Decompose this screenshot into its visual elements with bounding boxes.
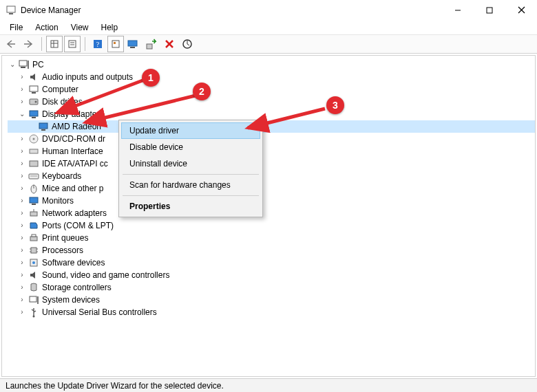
svg-point-28 bbox=[35, 101, 37, 103]
tree-item-disk[interactable]: ›Disk drives bbox=[8, 96, 535, 108]
tree-label: Print queues bbox=[42, 232, 88, 244]
svg-rect-32 bbox=[41, 129, 45, 131]
tree-item-monitors[interactable]: ›Monitors bbox=[8, 195, 535, 207]
tree-item-processors[interactable]: ›Processors bbox=[8, 244, 535, 257]
usb-icon bbox=[28, 307, 39, 318]
expand-icon[interactable]: › bbox=[17, 195, 27, 207]
action-button[interactable] bbox=[107, 36, 124, 52]
tree-item-dvd[interactable]: ›DVD/CD-ROM dr bbox=[8, 133, 535, 145]
tree-item-amd-radeon[interactable]: AMD Radeon bbox=[8, 120, 535, 133]
menu-help[interactable]: Help bbox=[96, 21, 124, 34]
tree-item-ide[interactable]: ›IDE ATA/ATAPI cc bbox=[8, 157, 535, 170]
dvd-icon bbox=[28, 133, 39, 144]
tree-item-storage[interactable]: ›Storage controllers bbox=[8, 281, 535, 294]
annotation-badge-1: 1 bbox=[142, 69, 160, 87]
tree-item-computer[interactable]: ›Computer bbox=[8, 83, 535, 96]
expand-icon[interactable]: › bbox=[17, 145, 27, 157]
ctx-properties[interactable]: Properties bbox=[121, 198, 260, 215]
tree-item-ports[interactable]: ›Ports (COM & LPT) bbox=[8, 219, 535, 232]
expand-icon[interactable]: › bbox=[17, 232, 27, 244]
maximize-button[interactable] bbox=[474, 0, 505, 21]
tree-label: Ports (COM & LPT) bbox=[42, 219, 114, 232]
tree-label: Universal Serial Bus controllers bbox=[42, 306, 157, 318]
tree-item-mice[interactable]: ›Mice and other p bbox=[8, 182, 535, 195]
svg-rect-0 bbox=[7, 6, 15, 12]
expand-icon[interactable]: › bbox=[17, 294, 27, 306]
collapse-icon[interactable]: ⌄ bbox=[17, 108, 27, 120]
tree-item-print[interactable]: ›Print queues bbox=[8, 232, 535, 244]
expand-icon[interactable]: › bbox=[17, 207, 27, 219]
tree-item-keyboards[interactable]: ›Keyboards bbox=[8, 170, 535, 182]
expand-icon[interactable]: › bbox=[17, 182, 27, 195]
toolbar: ? bbox=[0, 34, 537, 54]
tree-root[interactable]: ⌄ PC bbox=[8, 58, 535, 71]
svg-rect-24 bbox=[21, 67, 25, 68]
expand-icon[interactable]: › bbox=[17, 244, 27, 257]
tree-label: AMD Radeon bbox=[52, 120, 101, 133]
tree-label: Mice and other p bbox=[42, 182, 103, 195]
menu-bar: File Action View Help bbox=[0, 21, 537, 34]
svg-rect-29 bbox=[30, 111, 38, 116]
ctx-scan-hardware[interactable]: Scan for hardware changes bbox=[121, 177, 260, 193]
pc-icon bbox=[19, 59, 30, 70]
tree-item-audio[interactable]: ›Audio inputs and outputs bbox=[8, 71, 535, 83]
expand-icon[interactable]: › bbox=[17, 269, 27, 281]
menu-action[interactable]: Action bbox=[30, 21, 63, 34]
tree-item-hid[interactable]: ›Human Interface bbox=[8, 145, 535, 157]
expand-icon[interactable]: › bbox=[17, 96, 27, 108]
context-menu: Update driver Disable device Uninstall d… bbox=[118, 120, 263, 217]
expand-icon[interactable]: › bbox=[17, 83, 27, 96]
properties-button[interactable] bbox=[64, 36, 81, 52]
svg-rect-18 bbox=[147, 44, 152, 49]
expand-icon[interactable]: › bbox=[17, 71, 27, 83]
svg-rect-45 bbox=[30, 237, 37, 241]
tree-label: Keyboards bbox=[42, 170, 81, 182]
tree-item-system[interactable]: ›System devices bbox=[8, 294, 535, 306]
expand-icon[interactable]: › bbox=[17, 133, 27, 145]
cpu-icon bbox=[28, 245, 39, 256]
ctx-disable-device[interactable]: Disable device bbox=[121, 139, 260, 155]
expand-icon[interactable]: › bbox=[17, 306, 27, 318]
expand-icon[interactable]: › bbox=[17, 157, 27, 170]
expand-icon[interactable]: › bbox=[17, 257, 27, 269]
device-tree[interactable]: ⌄ PC ›Audio inputs and outputs ›Computer… bbox=[1, 55, 536, 377]
svg-rect-35 bbox=[30, 149, 38, 153]
svg-rect-15 bbox=[114, 42, 116, 44]
tree-label: Network adapters bbox=[42, 207, 107, 219]
svg-point-56 bbox=[33, 316, 35, 318]
help-button[interactable]: ? bbox=[90, 36, 106, 52]
minimize-button[interactable] bbox=[442, 0, 474, 21]
tree-label: DVD/CD-ROM dr bbox=[42, 133, 105, 145]
scan-hardware-button[interactable] bbox=[179, 36, 196, 52]
network-icon bbox=[28, 208, 39, 219]
forward-button[interactable] bbox=[21, 36, 37, 52]
back-button[interactable] bbox=[3, 36, 19, 52]
collapse-icon[interactable]: ⌄ bbox=[8, 58, 17, 71]
uninstall-button[interactable] bbox=[161, 36, 178, 52]
close-button[interactable] bbox=[505, 0, 537, 21]
svg-rect-17 bbox=[130, 47, 135, 48]
tree-item-display-adapters[interactable]: ⌄Display adapters bbox=[8, 108, 535, 120]
status-text: Launches the Update Driver Wizard for th… bbox=[6, 381, 224, 391]
ctx-update-driver[interactable]: Update driver bbox=[121, 122, 260, 139]
tree-item-usb[interactable]: ›Universal Serial Bus controllers bbox=[8, 306, 535, 318]
expand-icon[interactable]: › bbox=[17, 219, 27, 232]
tree-item-sound[interactable]: ›Sound, video and game controllers bbox=[8, 269, 535, 281]
tree-item-software[interactable]: ›Software devices bbox=[8, 257, 535, 269]
show-hidden-button[interactable] bbox=[46, 36, 63, 52]
expand-icon[interactable]: › bbox=[17, 281, 27, 294]
printer-icon bbox=[28, 232, 39, 243]
title-bar: Device Manager bbox=[0, 0, 537, 21]
update-driver-button[interactable] bbox=[125, 36, 142, 52]
menu-file[interactable]: File bbox=[4, 21, 28, 34]
tree-label: Monitors bbox=[42, 195, 74, 207]
software-icon bbox=[28, 257, 39, 268]
tree-label: Computer bbox=[42, 83, 78, 96]
expand-icon[interactable]: › bbox=[17, 170, 27, 182]
svg-rect-23 bbox=[28, 61, 29, 69]
menu-view[interactable]: View bbox=[65, 21, 94, 34]
enable-button[interactable] bbox=[143, 36, 160, 52]
tree-label: Storage controllers bbox=[42, 281, 112, 294]
ctx-uninstall-device[interactable]: Uninstall device bbox=[121, 155, 260, 172]
tree-item-network[interactable]: ›Network adapters bbox=[8, 207, 535, 219]
